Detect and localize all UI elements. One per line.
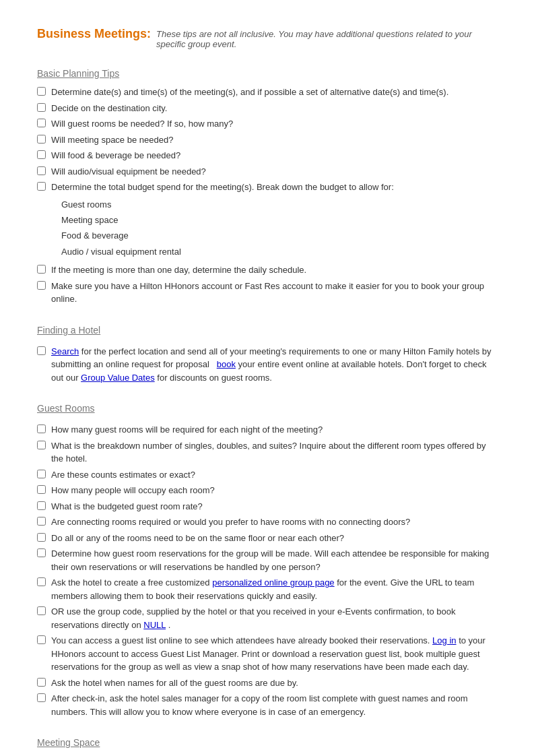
checkbox[interactable] — [37, 577, 46, 586]
null-link[interactable]: NULL — [143, 620, 166, 630]
checkbox[interactable] — [37, 87, 46, 96]
section-finding-hotel: Finding a Hotel Search for the perfect l… — [37, 325, 497, 385]
group-value-dates-link[interactable]: Group Value Dates — [81, 373, 155, 383]
list-item: After check-in, ask the hotel sales mana… — [37, 692, 497, 718]
budget-breakdown: Guest rooms Meeting space Food & beverag… — [61, 197, 497, 260]
checkbox[interactable] — [37, 693, 46, 702]
checkbox[interactable] — [37, 346, 46, 355]
indent-item: Meeting space — [61, 212, 497, 228]
list-item: What is the budgeted guest room rate? — [37, 500, 497, 513]
book-link[interactable]: book — [217, 359, 236, 369]
indent-item: Audio / visual equipment rental — [61, 244, 497, 259]
section-basic-planning: Basic Planning Tips Determine date(s) an… — [37, 68, 497, 306]
checkbox[interactable] — [37, 678, 46, 687]
log-in-link[interactable]: Log in — [432, 635, 456, 645]
section-heading-basic-planning[interactable]: Basic Planning Tips — [37, 68, 497, 79]
section-heading-guest-rooms[interactable]: Guest Rooms — [37, 403, 497, 414]
checkbox[interactable] — [37, 424, 46, 433]
indent-item: Guest rooms — [61, 197, 497, 212]
search-link[interactable]: Search — [51, 346, 79, 356]
checkbox[interactable] — [37, 135, 46, 144]
list-item: If the meeting is more than one day, det… — [37, 263, 497, 277]
checkbox[interactable] — [37, 265, 46, 274]
header-subtitle: These tips are not all inclusive. You ma… — [156, 29, 473, 49]
checkbox[interactable] — [37, 166, 46, 175]
list-item: Decide on the destination city. — [37, 102, 497, 115]
list-item: Will food & beverage be needed? — [37, 149, 497, 162]
list-item: Ask the hotel to create a free customize… — [37, 576, 497, 602]
list-item: Determine the total budget spend for the… — [37, 181, 497, 194]
checkbox[interactable] — [37, 150, 46, 159]
list-item: Will audio/visual equipment be needed? — [37, 165, 497, 179]
checkbox[interactable] — [37, 606, 46, 615]
section-guest-rooms: Guest Rooms How many guest rooms will be… — [37, 403, 497, 718]
list-item: Do all or any of the rooms need to be on… — [37, 532, 497, 545]
list-item: Are these counts estimates or exact? — [37, 468, 497, 482]
finding-hotel-list: Search for the perfect location and send… — [37, 345, 497, 385]
checkbox[interactable] — [37, 119, 46, 127]
list-item: Make sure you have a Hilton HHonors acco… — [37, 280, 497, 306]
checkbox[interactable] — [37, 533, 46, 542]
list-item: Are connecting rooms required or would y… — [37, 515, 497, 529]
checkbox[interactable] — [37, 501, 46, 510]
list-item: Will guest rooms be needed? If so, how m… — [37, 117, 497, 131]
checkbox[interactable] — [37, 548, 46, 557]
list-item: Ask the hotel when names for all of the … — [37, 676, 497, 690]
list-item: How many people will occupy each room? — [37, 484, 497, 497]
section-heading-finding-hotel[interactable]: Finding a Hotel — [37, 325, 497, 336]
checkbox[interactable] — [37, 103, 46, 112]
checkbox[interactable] — [37, 517, 46, 526]
list-item: Determine how guest room reservations fo… — [37, 547, 497, 573]
page-title: Business Meetings: — [37, 27, 151, 41]
list-item: Search for the perfect location and send… — [37, 345, 497, 385]
personalized-group-page-link[interactable]: personalized online group page — [212, 577, 334, 588]
indent-item: Food & beverage — [61, 228, 497, 243]
checkbox[interactable] — [37, 470, 46, 478]
checkbox[interactable] — [37, 635, 46, 644]
list-item: What is the breakdown number of singles,… — [37, 439, 497, 466]
list-item: You can access a guest list online to se… — [37, 634, 497, 674]
basic-planning-list-2: If the meeting is more than one day, det… — [37, 263, 497, 306]
list-item: OR use the group code, supplied by the h… — [37, 605, 497, 631]
checkbox[interactable] — [37, 485, 46, 494]
list-item: Will meeting space be needed? — [37, 133, 497, 147]
checkbox[interactable] — [37, 182, 46, 191]
checkbox[interactable] — [37, 281, 46, 290]
list-item: Determine date(s) and time(s) of the mee… — [37, 86, 497, 99]
checkbox[interactable] — [37, 441, 46, 449]
section-meeting-space: Meeting Space Use the meeting space calc… — [37, 737, 497, 756]
basic-planning-list: Determine date(s) and time(s) of the mee… — [37, 86, 497, 194]
guest-rooms-list: How many guest rooms will be required fo… — [37, 423, 497, 718]
header: Business Meetings: These tips are not al… — [37, 27, 497, 49]
list-item: How many guest rooms will be required fo… — [37, 423, 497, 437]
section-heading-meeting-space[interactable]: Meeting Space — [37, 737, 497, 748]
